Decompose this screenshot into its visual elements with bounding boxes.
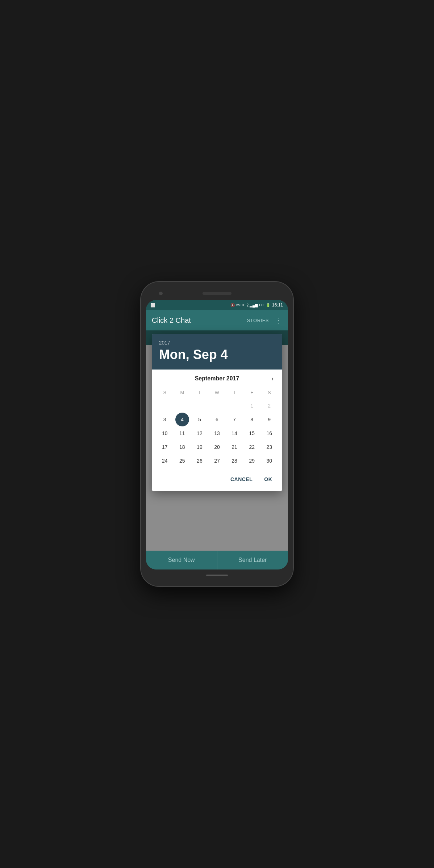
phone-frame: ⬜ 🔇 VoLTE 2 ▂▄▆ LTE 🔋 16:11 Click 2 Chat… <box>141 282 293 586</box>
dp-day-30[interactable]: 30 <box>262 454 276 468</box>
status-left: ⬜ <box>150 303 155 308</box>
weekday-tue: T <box>191 388 208 397</box>
status-bar: ⬜ 🔇 VoLTE 2 ▂▄▆ LTE 🔋 16:11 <box>146 300 288 310</box>
dp-day-21[interactable]: 21 <box>228 440 241 454</box>
dp-day-16[interactable]: 16 <box>262 426 276 440</box>
status-right: 🔇 VoLTE 2 ▂▄▆ LTE 🔋 16:11 <box>230 302 283 308</box>
dp-day-18[interactable]: 18 <box>175 440 189 454</box>
dp-day-4[interactable]: 4 <box>175 413 189 426</box>
dp-day-14[interactable]: 14 <box>228 426 241 440</box>
dp-day-2[interactable]: 2 <box>262 399 276 413</box>
dp-day-28[interactable]: 28 <box>228 454 241 468</box>
weekday-fri: F <box>243 388 260 397</box>
signal-icon: ▂▄▆ <box>250 303 258 307</box>
volte-icon: VoLTE <box>236 303 245 307</box>
date-picker-overlay: 2017 Mon, Sep 4 September 2017 › S M T <box>146 330 288 551</box>
dp-day-25[interactable]: 25 <box>175 454 189 468</box>
stories-label[interactable]: STORIES <box>247 318 269 323</box>
dp-day-29[interactable]: 29 <box>245 454 259 468</box>
dp-days: 1 2 3 4 5 6 7 8 9 10 11 <box>156 399 278 468</box>
dp-calendar: September 2017 › S M T W T F S <box>152 370 283 469</box>
dp-day-24[interactable]: 24 <box>158 454 172 468</box>
status-time: 16:11 <box>272 302 283 308</box>
dp-day-15[interactable]: 15 <box>245 426 259 440</box>
app-bar-actions: STORIES ⋮ <box>247 316 282 325</box>
dp-day-6[interactable]: 6 <box>210 413 224 426</box>
cancel-button[interactable]: CANCEL <box>226 473 257 485</box>
phone-bottom <box>146 571 288 580</box>
more-options-icon[interactable]: ⋮ <box>275 316 282 325</box>
dp-day-10[interactable]: 10 <box>158 426 172 440</box>
dp-day-empty1 <box>158 399 172 413</box>
dp-day-5[interactable]: 5 <box>193 413 206 426</box>
weekday-mon: M <box>174 388 191 397</box>
dp-day-23[interactable]: 23 <box>262 440 276 454</box>
phone-top <box>146 288 288 299</box>
dp-day-9[interactable]: 9 <box>262 413 276 426</box>
bottom-bar: Send Now Send Later <box>146 551 288 569</box>
speaker <box>203 292 231 295</box>
sim2-icon: 2 <box>246 303 249 307</box>
dp-day-13[interactable]: 13 <box>210 426 224 440</box>
app-bar: Click 2 Chat STORIES ⋮ <box>146 310 288 330</box>
mute-icon: 🔇 <box>230 303 235 307</box>
dp-day-3[interactable]: 3 <box>158 413 172 426</box>
dp-day-empty5 <box>228 399 241 413</box>
app-title: Click 2 Chat <box>152 316 191 325</box>
send-now-button[interactable]: Send Now <box>146 551 217 569</box>
home-bar <box>206 575 228 576</box>
weekday-sat: S <box>260 388 278 397</box>
screen: ⬜ 🔇 VoLTE 2 ▂▄▆ LTE 🔋 16:11 Click 2 Chat… <box>146 300 288 569</box>
dp-month-nav: September 2017 › <box>156 375 278 382</box>
dp-month-title: September 2017 <box>195 375 239 382</box>
weekday-thu: T <box>226 388 243 397</box>
dp-day-empty2 <box>175 399 189 413</box>
dp-day-20[interactable]: 20 <box>210 440 224 454</box>
battery-icon: 🔋 <box>266 303 270 307</box>
dp-day-26[interactable]: 26 <box>193 454 206 468</box>
dp-actions: CANCEL OK <box>152 469 283 491</box>
dp-day-12[interactable]: 12 <box>193 426 206 440</box>
ok-button[interactable]: OK <box>260 473 276 485</box>
dp-next-month-button[interactable]: › <box>270 374 275 384</box>
weekday-wed: W <box>208 388 226 397</box>
camera <box>159 292 163 295</box>
dp-day-1[interactable]: 1 <box>245 399 259 413</box>
dp-day-7[interactable]: 7 <box>228 413 241 426</box>
lte-icon: LTE <box>259 303 265 307</box>
dp-year: 2017 <box>159 340 275 346</box>
dp-day-11[interactable]: 11 <box>175 426 189 440</box>
dp-header: 2017 Mon, Sep 4 <box>152 334 283 370</box>
weekday-sun: S <box>156 388 174 397</box>
date-picker-dialog: 2017 Mon, Sep 4 September 2017 › S M T <box>152 334 283 491</box>
dp-selected-date: Mon, Sep 4 <box>159 347 275 362</box>
instagram-icon: ⬜ <box>150 303 155 308</box>
dp-day-empty4 <box>210 399 224 413</box>
dp-weekdays: S M T W T F S <box>156 388 278 397</box>
bg-content: 2017 Mon, Sep 4 September 2017 › S M T <box>146 330 288 551</box>
send-later-button[interactable]: Send Later <box>217 551 288 569</box>
dp-day-19[interactable]: 19 <box>193 440 206 454</box>
dp-day-empty3 <box>193 399 206 413</box>
dp-day-22[interactable]: 22 <box>245 440 259 454</box>
dp-day-27[interactable]: 27 <box>210 454 224 468</box>
dp-day-8[interactable]: 8 <box>245 413 259 426</box>
dp-day-17[interactable]: 17 <box>158 440 172 454</box>
